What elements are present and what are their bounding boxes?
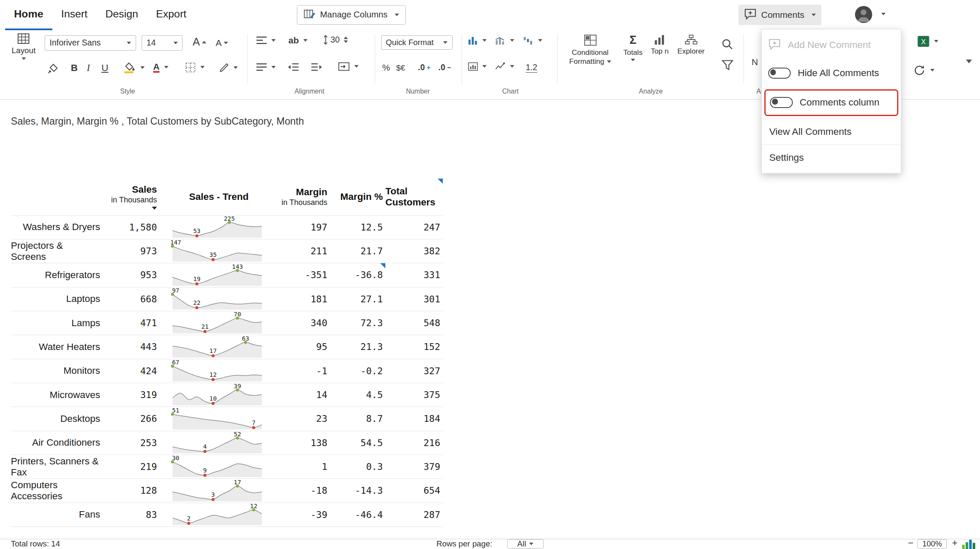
comments-column-toggle[interactable]: [770, 97, 793, 108]
increase-indent-button[interactable]: [311, 63, 323, 71]
sparkline-button[interactable]: [495, 62, 514, 71]
header-row-labels[interactable]: [11, 179, 105, 215]
comments-button[interactable]: Comments: [738, 5, 822, 25]
table-row[interactable]: Projectors & Screens9731473521121.7382: [11, 239, 443, 263]
row-label[interactable]: Microwaves: [11, 383, 105, 407]
sales-value[interactable]: 443: [105, 335, 160, 358]
row-label[interactable]: Washers & Dryers: [11, 216, 105, 239]
sales-trend-cell[interactable]: 9722: [160, 287, 281, 311]
margin-value[interactable]: -18: [281, 479, 330, 502]
sales-value[interactable]: 128: [105, 479, 160, 502]
customers-value[interactable]: 548: [385, 311, 443, 335]
font-name-select[interactable]: Inforiver Sans: [45, 35, 136, 51]
margin-value[interactable]: -351: [281, 263, 330, 287]
sales-trend-cell[interactable]: 3910: [160, 383, 281, 407]
customers-value[interactable]: 375: [385, 383, 443, 407]
table-row[interactable]: Fans83122-39-46.4287: [11, 503, 443, 527]
row-label[interactable]: Refrigerators: [11, 263, 105, 287]
menu-item-add-new-comment[interactable]: Add New Comment: [762, 32, 901, 59]
font-size-select[interactable]: 14: [142, 35, 182, 51]
table-row[interactable]: Lamps471702134072.3548: [11, 311, 443, 335]
table-row[interactable]: Monitors4246712-1-0.2327: [11, 359, 443, 383]
margin-pct-value[interactable]: -36.8: [330, 263, 386, 287]
sales-value[interactable]: 253: [105, 431, 160, 455]
customers-value[interactable]: 152: [385, 335, 443, 358]
table-row[interactable]: Microwaves3193910144.5375: [11, 383, 443, 407]
zoom-in-button[interactable]: +: [952, 538, 957, 549]
decrease-decimal-button[interactable]: .0−: [439, 63, 451, 72]
sales-value[interactable]: 973: [105, 239, 160, 263]
cell-chart-button[interactable]: [468, 62, 487, 71]
margin-pct-value[interactable]: 27.1: [330, 287, 386, 311]
menu-item-hide-all-comments[interactable]: Hide All Comments: [762, 59, 901, 88]
currency-format-button[interactable]: $€: [396, 63, 405, 73]
margin-pct-value[interactable]: 4.5: [330, 383, 386, 407]
fill-color-button[interactable]: [124, 62, 145, 74]
number-display-button[interactable]: 1.2: [526, 63, 537, 73]
user-avatar[interactable]: [855, 6, 872, 23]
header-margin-pct[interactable]: Margin %: [330, 179, 386, 215]
sales-value[interactable]: 424: [105, 359, 160, 383]
margin-pct-value[interactable]: 72.3: [330, 311, 386, 335]
account-chevron-down-icon[interactable]: [881, 13, 886, 15]
increase-decimal-button[interactable]: .0+: [418, 63, 431, 72]
export-excel-button[interactable]: X: [917, 35, 939, 48]
margin-pct-value[interactable]: -46.4: [330, 503, 386, 526]
zoom-out-button[interactable]: −: [908, 538, 914, 549]
tab-insert[interactable]: Insert: [52, 0, 97, 30]
table-row[interactable]: Washers & Dryers1,5802255319712.5247: [11, 215, 443, 239]
customers-value[interactable]: 216: [385, 431, 443, 455]
sales-trend-cell[interactable]: 173: [160, 479, 281, 502]
margin-value[interactable]: 340: [281, 311, 330, 335]
row-label[interactable]: Computers Accessories: [11, 479, 105, 502]
row-label[interactable]: Projectors & Screens: [11, 239, 105, 263]
customers-value[interactable]: 382: [385, 239, 443, 263]
row-label[interactable]: Desktops: [11, 407, 105, 430]
waterfall-chart-button[interactable]: [523, 36, 542, 45]
sales-trend-cell[interactable]: 524: [160, 431, 281, 455]
stepper-up-icon[interactable]: [344, 37, 348, 39]
format-painter-button[interactable]: [47, 63, 58, 74]
margin-pct-value[interactable]: 54.5: [330, 431, 386, 455]
header-sales[interactable]: Sales in Thousands: [105, 179, 160, 215]
row-label[interactable]: Air Conditioners: [11, 431, 105, 455]
sales-value[interactable]: 668: [105, 287, 160, 311]
margin-pct-value[interactable]: 21.7: [330, 239, 386, 263]
menu-item-view-all-comments[interactable]: View All Comments: [762, 119, 901, 145]
bold-button[interactable]: B: [71, 63, 78, 74]
margin-pct-value[interactable]: -0.2: [330, 359, 386, 383]
collapse-ribbon-button[interactable]: [966, 60, 972, 63]
sales-value[interactable]: 319: [105, 383, 160, 407]
table-row[interactable]: Desktops266517238.7184: [11, 407, 443, 430]
search-button[interactable]: [721, 38, 734, 51]
sales-trend-cell[interactable]: 6712: [160, 359, 281, 383]
vertical-align-button[interactable]: [256, 37, 276, 44]
sales-value[interactable]: 1,580: [105, 216, 160, 239]
row-label[interactable]: Laptops: [11, 287, 105, 311]
italic-button[interactable]: I: [87, 63, 90, 74]
underline-button[interactable]: U: [102, 63, 108, 74]
row-label[interactable]: Printers, Scanners & Fax: [11, 455, 105, 478]
margin-pct-value[interactable]: 12.5: [330, 216, 386, 239]
merge-cells-button[interactable]: [338, 62, 359, 71]
customers-value[interactable]: 331: [385, 263, 443, 287]
table-row[interactable]: Water Heaters44363179521.3152: [11, 335, 443, 358]
margin-value[interactable]: -39: [281, 503, 330, 526]
sales-trend-cell[interactable]: 14735: [160, 239, 281, 263]
customers-value[interactable]: 247: [385, 216, 443, 239]
increase-font-size-button[interactable]: A: [193, 36, 206, 48]
menu-item-comments-column[interactable]: Comments column: [769, 91, 881, 115]
margin-pct-value[interactable]: 8.7: [330, 407, 386, 430]
column-chart-button[interactable]: [468, 36, 487, 45]
tab-design[interactable]: Design: [97, 0, 147, 30]
top-n-button[interactable]: Top n: [647, 34, 672, 56]
margin-value[interactable]: 138: [281, 431, 330, 455]
row-label[interactable]: Water Heaters: [11, 335, 105, 358]
row-height-control[interactable]: 30: [322, 34, 348, 46]
margin-pct-value[interactable]: 21.3: [330, 335, 386, 358]
sort-descending-icon[interactable]: [152, 207, 157, 210]
row-label[interactable]: Fans: [11, 503, 105, 526]
margin-value[interactable]: 197: [281, 216, 330, 239]
table-row[interactable]: Air Conditioners25352413854.5216: [11, 431, 443, 455]
horizontal-align-button[interactable]: [256, 63, 276, 71]
